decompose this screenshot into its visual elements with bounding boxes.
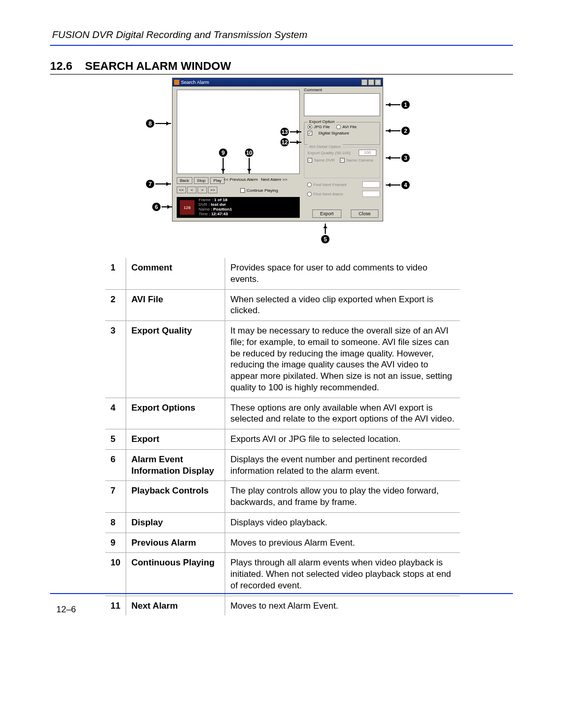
callout-7: 7 [146,180,154,188]
comment-label: Comment [304,88,380,92]
arrow-3 [386,157,400,158]
row-number: 1 [105,258,126,289]
row-name: AVI File [126,289,225,321]
find-next-alarm-radio[interactable] [307,192,312,196]
digital-signature-checkbox[interactable] [308,131,312,135]
row-number: 6 [105,449,126,481]
export-option-label: Export Option [308,119,336,124]
thumbnail: 128 [180,200,194,215]
find-next-frame-input[interactable] [362,181,380,188]
previous-alarm-button[interactable]: << Previous Alarm [224,177,258,182]
playback-row: Back Stop Play [177,177,225,184]
find-next-alarm-row: Find Next Alarm [307,191,380,197]
find-next-frame-radio[interactable] [307,182,312,187]
row-number: 9 [105,533,126,553]
row-desc: These options are only available when AV… [225,398,460,429]
avi-detail-label: AVI Detail Option [308,144,342,149]
description-table: 1CommentProvides space for user to add c… [105,258,460,615]
find-next-frame-row: Find Next Frame# [307,181,380,188]
window-icon [174,80,179,85]
footer-rule [50,593,513,594]
arrow-10 [249,158,250,174]
row-desc: Provides space for user to add comments … [225,258,460,289]
callout-3: 3 [401,154,410,162]
next-alarm-button[interactable]: Next Alarm >> [261,177,287,182]
arrow-12 [290,142,301,143]
table-row: 3Export QualityIt may be necessary to re… [105,321,460,398]
row-desc: Displays video playback. [225,512,460,533]
find-next-frame-label: Find Next Frame# [313,182,347,187]
close-button[interactable]: × [375,79,381,85]
callout-9: 9 [219,149,227,157]
section-number: 12.6 [50,59,72,73]
avi-radio[interactable] [336,125,341,129]
same-dvr-label: Same DVR [314,158,335,163]
same-camera-checkbox[interactable] [340,158,345,163]
row-name: Continuous Playing [126,553,225,596]
arrow-5 [325,224,326,234]
screenshot-figure: Search Alarm _ □ × Back Stop Play << Pre… [146,78,417,255]
frame-fwd-button[interactable]: > [198,187,207,193]
play-button[interactable]: Play [210,177,225,184]
table-row: 1CommentProvides space for user to add c… [105,258,460,289]
table-row: 9Previous AlarmMoves to previous Alarm E… [105,533,460,553]
same-dvr-checkbox[interactable] [308,158,312,163]
quality-select[interactable]: 100 [359,150,376,156]
row-desc: Exports AVI or JPG file to selected loca… [225,429,460,450]
bottom-buttons: Export Close [312,209,378,218]
close-window-button[interactable]: Close [351,209,378,218]
window-title: Search Alarm [181,80,209,85]
callout-12: 12 [280,138,289,146]
continue-playing-label: Continue Playing [247,188,278,193]
export-button[interactable]: Export [312,209,341,218]
row-name: Playback Controls [126,481,225,513]
callout-4: 4 [401,181,410,189]
stop-button[interactable]: Stop [194,177,209,184]
arrow-6 [162,206,172,207]
arrow-8 [155,123,171,124]
row-name: Previous Alarm [126,533,225,553]
titlebar: Search Alarm _ □ × [173,78,383,87]
export-option-group: Export Option JPG File AVI File Digital … [304,122,380,145]
table-row: 6Alarm Event Information DisplayDisplays… [105,449,460,481]
doc-header-title: FUSION DVR Digital Recording and Transmi… [52,29,513,41]
row-name: Export Options [126,398,225,429]
row-name: Comment [126,258,225,289]
arrow-9 [223,158,224,174]
step-back-button[interactable]: << [177,187,186,193]
callout-2: 2 [401,127,410,135]
avi-detail-group: AVI Detail Option Export Quality (50-100… [304,147,380,178]
row-desc: The play controls allow you to play the … [225,481,460,513]
table-row: 4Export OptionsThese options are only av… [105,398,460,429]
back-button[interactable]: Back [177,177,192,184]
callout-8: 8 [146,119,154,128]
callout-13: 13 [280,128,289,136]
arrow-7 [155,183,171,184]
step-fwd-button[interactable]: >> [208,187,217,193]
table-row: 5ExportExports AVI or JPG file to select… [105,429,460,450]
row-desc: Moves to previous Alarm Event. [225,533,460,553]
arrow-2 [386,130,400,131]
maximize-button[interactable]: □ [368,79,374,85]
row-number: 3 [105,321,126,398]
continue-playing-checkbox[interactable] [240,188,245,193]
digital-signature-label: Digital Signature [319,131,349,135]
callout-6: 6 [152,203,161,211]
page-number: 12–6 [56,604,76,615]
jpg-radio[interactable] [308,125,312,129]
row-desc: Plays through all alarm events when vide… [225,553,460,596]
row-number: 2 [105,289,126,321]
row-number: 4 [105,398,126,429]
same-camera-label: Same Camera [346,158,373,163]
find-next-alarm-input[interactable] [362,191,380,197]
table-row: 8DisplayDisplays video playback. [105,512,460,533]
minimize-button[interactable]: _ [361,79,368,85]
table-row: 7Playback ControlsThe play controls allo… [105,481,460,513]
comment-group: Comment [304,88,380,118]
row-number: 8 [105,512,126,533]
section-title: SEARCH ALARM WINDOW [85,59,231,72]
frame-back-button[interactable]: < [187,187,197,193]
continue-playing-row: Continue Playing [240,188,278,193]
alarm-nav-row: << Previous Alarm Next Alarm >> [224,177,287,182]
comment-textarea[interactable] [304,93,380,116]
